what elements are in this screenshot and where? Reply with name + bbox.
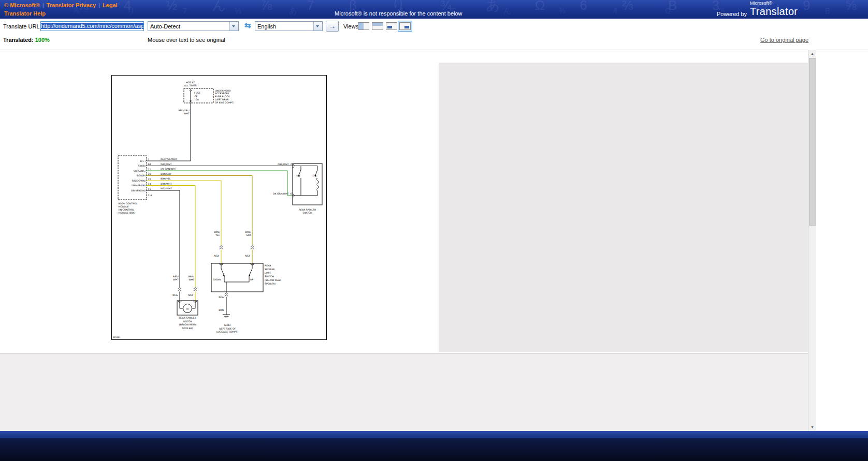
- translate-url-label: Translate URL: [3, 23, 40, 29]
- pin-name: SIG(DOWN): [132, 180, 146, 182]
- label-nca: NCA: [214, 255, 220, 257]
- pin-number: 6: [291, 192, 292, 195]
- from-language-dropdown-button[interactable]: [229, 22, 238, 31]
- translated-label: Translated:: [3, 37, 34, 43]
- label-feed-wire: RED/YEL/WHT: [179, 109, 190, 115]
- fuse-terminal-top: [190, 90, 192, 92]
- pin-name: DRIVER(DN): [131, 189, 146, 192]
- label-up: UP: [296, 174, 299, 177]
- legal-link[interactable]: Legal: [103, 2, 118, 8]
- vertical-scrollbar[interactable]: ▲ ▼: [808, 50, 816, 431]
- swap-languages-icon[interactable]: ⇆: [241, 21, 254, 30]
- translated-status: Translated: 100%: [3, 37, 50, 43]
- view-hover-original-icon[interactable]: [386, 22, 397, 30]
- fuse-box: [184, 88, 213, 103]
- motor-lead: [192, 301, 196, 308]
- microsoft-translator-logo[interactable]: Microsoft® Translator: [750, 1, 798, 17]
- wiring-diagram: HOT ATALL TIMES FUSE2010A UNDERHOODACCES…: [111, 75, 327, 340]
- status-bar: Translated: 100% Mouse over text to see …: [0, 34, 868, 50]
- pin-number: 68: [148, 163, 151, 166]
- hover-hint-text: Mouse over text to see original: [148, 37, 225, 43]
- pin-number: 2: [291, 163, 292, 166]
- view-hover-translation-icon[interactable]: [399, 22, 411, 30]
- label-nca: NCA: [172, 294, 178, 296]
- pin-name: SW(SENS): [134, 170, 146, 172]
- wire-brn-wht: [147, 186, 195, 301]
- wire-red-wht: [147, 190, 180, 301]
- wire-label: BRN/WHT: [161, 183, 172, 185]
- pin-name: B(+): [140, 160, 146, 162]
- pin-number: 71: [148, 168, 151, 171]
- to-language-dropdown-button[interactable]: [313, 22, 322, 31]
- separator: |: [98, 2, 100, 8]
- pin-name: SW(B): [138, 165, 146, 167]
- to-language-dropdown[interactable]: English: [255, 21, 323, 31]
- pin-number: 29: [148, 178, 151, 181]
- scroll-down-icon[interactable]: ▼: [808, 423, 816, 431]
- logo-microsoft-text: Microsoft®: [750, 1, 798, 6]
- label-rear-spoiler-switch: REAR SPOILERSWITCH: [299, 209, 316, 215]
- label-red-wht: RED/WHT: [173, 275, 179, 281]
- ground-icon: [223, 315, 230, 318]
- wire-label: BRN/YEL: [161, 177, 171, 180]
- wire-label: GRY/WHT: [278, 163, 289, 166]
- scrollbar-thumb[interactable]: [809, 58, 816, 226]
- wire-label: RED/YEL/WHT: [161, 158, 177, 160]
- wire-label: DK GRN/WHT: [273, 192, 289, 195]
- logo-translator-text: Translator: [750, 6, 798, 17]
- label-nca: NCA: [245, 255, 251, 257]
- chevron-down-icon: [316, 25, 319, 29]
- from-language-value: Auto-Detect: [150, 23, 229, 29]
- label-brn-wht: BRN/WHT: [189, 275, 195, 281]
- views-label: Views: [343, 23, 358, 29]
- label-brn-yel: BRN/YEL: [214, 231, 220, 236]
- label-down: DOWN: [213, 278, 221, 281]
- bottom-dark-bar: [0, 438, 868, 461]
- pin-name: DRIVER(UP): [132, 184, 146, 187]
- label-fuse: FUSE2010A: [194, 92, 200, 101]
- label-hot-at-all-times: HOT ATALL TIMES: [184, 81, 197, 87]
- pin-name: SIG(UP): [136, 174, 146, 177]
- scroll-up-icon[interactable]: ▲: [808, 50, 816, 57]
- wire-label: GRY/WHT: [161, 163, 172, 166]
- label-ground: G303(LEFT SIDE OFLUGGAGE COMPT): [216, 324, 238, 333]
- limit-blade-up: [249, 269, 252, 276]
- privacy-link[interactable]: Translator Privacy: [47, 2, 96, 8]
- microsoft-link[interactable]: © Microsoft®: [4, 2, 40, 8]
- label-nca: NCA: [188, 294, 194, 296]
- limit-switch-box: [211, 263, 263, 292]
- pin-number: 14: [148, 183, 151, 185]
- tooltip-glyph: [404, 26, 409, 28]
- diagram-sheet-id: 121063: [113, 336, 121, 338]
- from-language-dropdown[interactable]: Auto-Detect: [148, 21, 239, 31]
- label-bcm-connector: C 4: [148, 194, 152, 197]
- translate-go-button[interactable]: →: [326, 21, 339, 32]
- translator-top-bar: ⅓ 4 ½ ん ⅞ 7 β り ¾ あ Ω 6 ⅔ B 3 ね 9 ⅝ 4 ⅓ …: [0, 0, 868, 19]
- powered-by-label: Powered by: [717, 11, 747, 17]
- chevron-down-icon: [232, 25, 235, 29]
- disclaimer-text: Microsoft® is not responsible for the co…: [335, 10, 462, 17]
- label-body-control-module: BODY CONTROLMODULE(IN CONTROLMODULE BOX): [119, 202, 138, 214]
- limit-blade-down: [221, 269, 224, 276]
- translated-page-content: HOT ATALL TIMES FUSE2010A UNDERHOODACCES…: [0, 50, 868, 431]
- url-input-selected-text: http://ondemand5.com/mric/common/asp/so: [41, 23, 144, 29]
- wire-label: RED/WHT: [161, 187, 172, 190]
- view-top-bottom-icon[interactable]: [372, 22, 383, 30]
- go-to-original-page-link[interactable]: Go to original page: [760, 37, 808, 43]
- to-language-value: English: [257, 23, 313, 29]
- label-nca: NCA: [219, 296, 224, 299]
- tooltip-glyph: [387, 26, 392, 28]
- translated-percentage: 100%: [35, 37, 50, 43]
- resistor: [316, 178, 319, 196]
- translator-help-link[interactable]: Translator Help: [4, 10, 46, 17]
- page-background-bottom: [0, 353, 808, 432]
- fuse-terminal-bottom: [190, 100, 192, 102]
- view-side-by-side-icon[interactable]: [358, 22, 369, 30]
- diagram-border: [112, 76, 327, 340]
- translate-toolbar: Translate URL http://ondemand5.com/mric/…: [0, 19, 868, 34]
- label-motor-m: M: [186, 308, 189, 310]
- label-dn: DN: [313, 174, 316, 177]
- label-brn-gry: BRN/GRY: [245, 231, 251, 236]
- top-links-row: © Microsoft®|Translator Privacy|Legal: [4, 2, 118, 8]
- url-input[interactable]: http://ondemand5.com/mric/common/asp/so: [40, 21, 144, 31]
